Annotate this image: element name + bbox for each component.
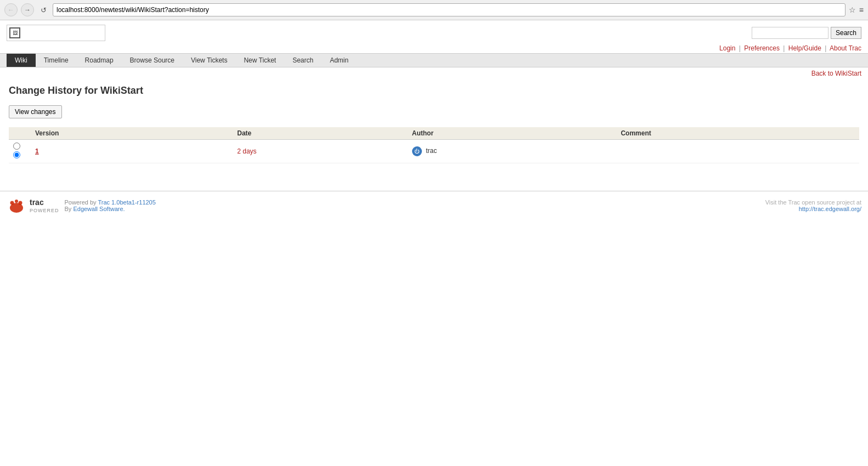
trac-url-link[interactable]: http://trac.edgewall.org/ xyxy=(799,206,861,212)
preferences-link[interactable]: Preferences xyxy=(744,44,780,52)
svg-point-1 xyxy=(10,201,14,205)
tab-admin[interactable]: Admin xyxy=(322,54,357,67)
footer-version-info: Powered by Trac 1.0beta1-r11205 By Edgew… xyxy=(65,199,156,212)
trac-brand-text: trac xyxy=(30,198,44,207)
footer-brand: trac POWERED xyxy=(30,198,59,213)
separator3: | xyxy=(825,44,826,52)
back-to-wikistart-link[interactable]: Back to WikiStart xyxy=(811,70,861,77)
trac-paw-icon xyxy=(7,196,26,215)
search-button[interactable]: Search xyxy=(831,27,861,39)
col-author: Author xyxy=(408,127,617,140)
tab-roadmap[interactable]: Roadmap xyxy=(77,54,122,67)
trac-logo: trac POWERED xyxy=(7,196,59,215)
back-button[interactable]: ← xyxy=(4,3,18,16)
forward-button[interactable]: → xyxy=(21,3,34,16)
logo-icon: 🖼 xyxy=(9,27,20,38)
login-link[interactable]: Login xyxy=(719,44,735,52)
history-table: Version Date Author Comment 1 2 d xyxy=(9,127,859,163)
view-changes-button[interactable]: View changes xyxy=(9,105,62,118)
menu-button[interactable]: ≡ xyxy=(859,5,864,14)
logo-box: 🖼 xyxy=(7,25,105,41)
col-date: Date xyxy=(233,127,408,140)
date-cell: 2 days xyxy=(233,140,408,163)
tab-view-tickets[interactable]: View Tickets xyxy=(183,54,235,67)
author-name: trac xyxy=(426,147,437,155)
page-wrapper: 🖼 Search Login | Preferences | Help/Guid… xyxy=(0,20,868,459)
about-trac-link[interactable]: About Trac xyxy=(830,44,861,52)
svg-point-2 xyxy=(15,200,18,203)
main-nav: Wiki Timeline Roadmap Browse Source View… xyxy=(0,53,868,67)
powered-by-label: Powered by xyxy=(65,199,97,206)
browser-chrome: ← → ↺ ☆ ≡ xyxy=(0,0,868,20)
content-area: Change History for WikiStart View change… xyxy=(0,79,868,169)
col-version: Version xyxy=(31,127,233,140)
top-nav-links: Login | Preferences | Help/Guide | About… xyxy=(0,43,868,53)
footer-left: trac POWERED Powered by Trac 1.0beta1-r1… xyxy=(7,196,156,215)
address-bar[interactable] xyxy=(53,3,846,16)
col-radio xyxy=(9,127,31,140)
search-area: Search xyxy=(752,27,861,39)
table-header-row: Version Date Author Comment xyxy=(9,127,859,140)
separator2: | xyxy=(783,44,785,52)
footer-right: Visit the Trac open source project at ht… xyxy=(765,199,861,212)
version-link[interactable]: 1 xyxy=(35,147,39,155)
radio-cell xyxy=(9,140,31,163)
col-comment: Comment xyxy=(616,127,859,140)
tab-browse-source[interactable]: Browse Source xyxy=(122,54,183,67)
version-cell: 1 xyxy=(31,140,233,163)
radio-new[interactable] xyxy=(13,151,20,158)
date-value: 2 days xyxy=(237,147,256,155)
tab-new-ticket[interactable]: New Ticket xyxy=(235,54,284,67)
help-guide-link[interactable]: Help/Guide xyxy=(788,44,821,52)
page-title: Change History for WikiStart xyxy=(9,85,859,96)
search-input[interactable] xyxy=(752,27,828,39)
table-row: 1 2 days ⏻ trac xyxy=(9,140,859,163)
svg-point-3 xyxy=(19,201,22,205)
tab-search[interactable]: Search xyxy=(284,54,322,67)
edgewall-link[interactable]: Edgewall Software. xyxy=(73,206,125,212)
tab-timeline[interactable]: Timeline xyxy=(36,54,77,67)
trac-version-link[interactable]: Trac 1.0beta1-r11205 xyxy=(98,199,155,206)
by-label: By xyxy=(65,206,72,212)
bookmark-button[interactable]: ☆ xyxy=(849,5,856,14)
top-bar: 🖼 Search xyxy=(0,20,868,43)
refresh-button[interactable]: ↺ xyxy=(37,4,49,16)
author-cell: ⏻ trac xyxy=(408,140,617,163)
tab-wiki[interactable]: Wiki xyxy=(7,54,36,67)
logo-area: 🖼 xyxy=(7,25,105,41)
separator1: | xyxy=(739,44,741,52)
footer: trac POWERED Powered by Trac 1.0beta1-r1… xyxy=(0,191,868,220)
comment-cell xyxy=(616,140,859,163)
back-link-bar: Back to WikiStart xyxy=(0,67,868,79)
trac-powered-text: POWERED xyxy=(30,208,59,213)
visit-text: Visit the Trac open source project at xyxy=(765,199,861,206)
author-icon: ⏻ xyxy=(412,146,422,156)
radio-old[interactable] xyxy=(13,143,20,150)
